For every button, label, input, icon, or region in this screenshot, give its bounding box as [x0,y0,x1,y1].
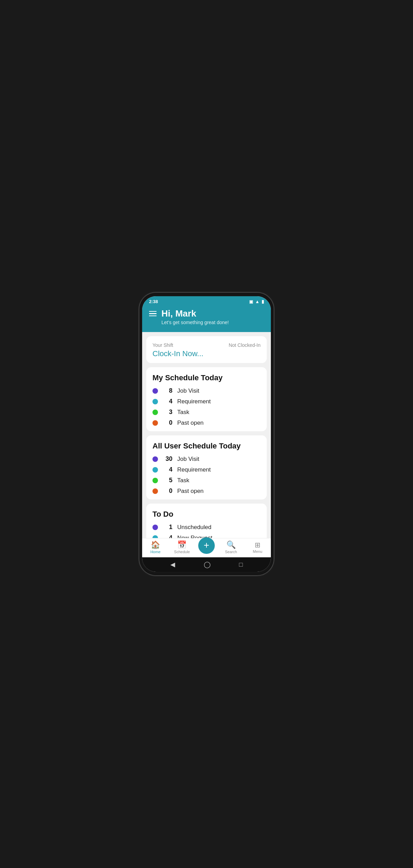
dot-new-request [152,535,158,538]
label-requirement: Requirement [177,398,211,405]
count-requirement: 4 [163,398,172,405]
home-button[interactable]: ◯ [204,561,211,568]
dot-all-requirement [152,467,158,473]
list-item[interactable]: 4 Requirement [152,466,261,473]
label-all-task: Task [177,477,189,484]
dot-all-past-open [152,488,158,494]
count-unscheduled: 1 [163,524,172,531]
count-task: 3 [163,409,172,416]
phone-screen: 2:38 ▣ ▲ ▮ Hi, Mark Let's get something … [142,296,271,572]
list-item[interactable]: 30 Job Visit [152,455,261,463]
count-job-visit: 8 [163,387,172,394]
wifi-icon: ▲ [255,299,260,304]
count-all-task: 5 [163,477,172,484]
label-job-visit: Job Visit [177,388,199,394]
label-all-requirement: Requirement [177,466,211,473]
my-schedule-card: My Schedule Today 8 Job Visit 4 Requirem… [146,367,267,431]
greeting-name: Hi, Mark [161,308,196,319]
dot-task [152,410,158,415]
dot-past-open [152,420,158,426]
search-icon: 🔍 [226,541,236,549]
all-user-schedule-title: All User Schedule Today [152,442,261,451]
shift-card-top: Your Shift Not Clocked-In [152,342,261,348]
nav-add-button[interactable]: + [198,537,215,554]
count-past-open: 0 [163,419,172,426]
clock-in-button[interactable]: Clock-In Now... [152,349,261,358]
label-all-job-visit: Job Visit [177,456,199,463]
count-new-request: 4 [163,534,172,538]
nav-home[interactable]: 🏠 Home [145,541,166,554]
list-item[interactable]: 4 Requirement [152,398,261,405]
label-task: Task [177,409,189,416]
list-item[interactable]: 1 Unscheduled [152,524,261,531]
all-user-schedule-list: 30 Job Visit 4 Requirement 5 Task [152,455,261,495]
nav-search[interactable]: 🔍 Search [221,541,241,554]
nav-home-label: Home [150,550,160,554]
list-item[interactable]: 5 Task [152,477,261,484]
header: Hi, Mark Let's get something great done! [142,306,271,332]
all-user-schedule-card: All User Schedule Today 30 Job Visit 4 R… [146,435,267,499]
hamburger-line-3 [149,316,157,317]
plus-icon: + [204,540,209,550]
phone-frame: 2:38 ▣ ▲ ▮ Hi, Mark Let's get something … [139,293,274,575]
list-item[interactable]: 0 Past open [152,487,261,495]
todo-list: 1 Unscheduled 4 New Request 0 Assessment… [152,524,261,538]
hamburger-line-2 [149,313,157,314]
todo-card: To Do 1 Unscheduled 4 New Request 0 [146,504,267,538]
list-item[interactable]: 0 Past open [152,419,261,426]
header-top: Hi, Mark [149,308,264,319]
greeting-subtitle: Let's get something great done! [149,320,264,325]
bottom-nav: 🏠 Home 📅 Schedule + 🔍 Search ⊞ Menu [142,538,271,557]
nav-search-label: Search [225,550,237,554]
recent-button[interactable]: □ [239,561,243,568]
count-all-past-open: 0 [163,487,172,495]
status-bar: 2:38 ▣ ▲ ▮ [142,296,271,306]
nav-menu-label: Menu [253,549,263,554]
status-icons: ▣ ▲ ▮ [249,299,264,304]
dot-job-visit [152,388,158,394]
nav-menu[interactable]: ⊞ Menu [247,541,268,554]
status-time: 2:38 [149,299,158,304]
label-all-past-open: Past open [177,488,204,495]
todo-title: To Do [152,510,261,519]
nav-schedule-label: Schedule [174,550,190,554]
my-schedule-title: My Schedule Today [152,373,261,382]
sim-icon: ▣ [249,299,253,304]
android-nav-bar: ◀ ◯ □ [142,557,271,572]
list-item[interactable]: 8 Job Visit [152,387,261,394]
label-past-open: Past open [177,420,204,426]
list-item[interactable]: 3 Task [152,409,261,416]
dot-requirement [152,399,158,404]
shift-status: Not Clocked-In [229,342,261,348]
menu-grid-icon: ⊞ [255,541,261,548]
label-unscheduled: Unscheduled [177,524,211,531]
shift-label: Your Shift [152,342,173,348]
main-content: Your Shift Not Clocked-In Clock-In Now..… [142,332,271,538]
my-schedule-list: 8 Job Visit 4 Requirement 3 Task [152,387,261,426]
shift-card: Your Shift Not Clocked-In Clock-In Now..… [146,336,267,363]
count-all-requirement: 4 [163,466,172,473]
battery-icon: ▮ [262,299,264,304]
count-all-job-visit: 30 [163,455,172,463]
dot-all-job-visit [152,456,158,462]
schedule-icon: 📅 [177,541,187,549]
dot-all-task [152,478,158,483]
menu-button[interactable] [149,311,157,317]
dot-unscheduled [152,525,158,530]
back-button[interactable]: ◀ [170,561,175,568]
hamburger-line-1 [149,311,157,312]
nav-schedule[interactable]: 📅 Schedule [172,541,192,554]
home-icon: 🏠 [151,541,160,549]
